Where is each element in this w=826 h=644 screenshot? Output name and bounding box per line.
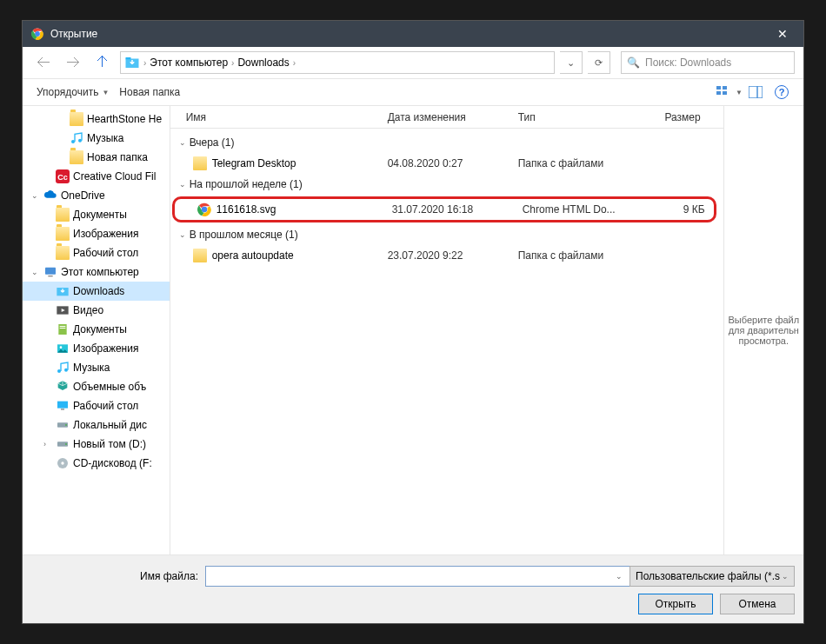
svg-rect-20 xyxy=(60,328,66,329)
video-icon xyxy=(56,303,70,317)
tree-item[interactable]: Изображения xyxy=(23,339,170,358)
images-icon xyxy=(56,342,70,355)
pc-icon xyxy=(43,265,57,279)
tree-item[interactable]: ›Новый том (D:) xyxy=(23,435,170,454)
titlebar[interactable]: Открытие ✕ xyxy=(23,21,803,47)
drive-icon xyxy=(56,418,70,432)
file-row[interactable]: opera autoupdate23.07.2020 9:22Папка с ф… xyxy=(170,245,723,266)
tree-item[interactable]: ⌄Этот компьютер xyxy=(23,262,170,282)
column-headers[interactable]: Имя Дата изменения Тип Размер xyxy=(170,106,723,129)
folder-icon xyxy=(193,156,207,170)
music-icon xyxy=(56,361,70,375)
filename-input[interactable] xyxy=(205,566,631,587)
tree-item[interactable]: Видео xyxy=(23,301,170,320)
breadcrumb-folder[interactable]: Downloads xyxy=(234,56,292,69)
tree-item-label: Рабочий стол xyxy=(73,400,138,412)
file-rows[interactable]: ⌄Вчера (1)Telegram Desktop04.08.2020 0:2… xyxy=(170,129,723,554)
tree-item-label: Изображения xyxy=(73,228,138,240)
folder-tree[interactable]: HearthStone HeМузыкаНовая папкаCcCreativ… xyxy=(23,106,170,554)
organize-button[interactable]: Упорядочить▼ xyxy=(31,83,114,102)
tree-item[interactable]: Рабочий стол xyxy=(23,243,170,262)
group-title: Вчера (1) xyxy=(190,136,235,149)
back-button[interactable]: 🡠 xyxy=(31,52,56,73)
tree-item[interactable]: CcCreative Cloud Fil xyxy=(23,167,170,186)
tree-item[interactable]: Документы xyxy=(23,320,170,339)
tree-item[interactable]: Новая папка xyxy=(23,148,170,167)
tree-item-label: Creative Cloud Fil xyxy=(73,170,156,183)
up-button[interactable]: 🡡 xyxy=(90,52,115,73)
preview-pane-button[interactable] xyxy=(743,82,769,103)
cancel-button[interactable]: Отмена xyxy=(720,594,795,614)
svg-rect-26 xyxy=(61,408,64,409)
group-header[interactable]: ⌄В прошлом месяце (1) xyxy=(170,224,723,245)
file-name: 1161618.svg xyxy=(216,203,276,216)
tree-item-label: HearthStone He xyxy=(87,113,162,125)
open-button[interactable]: Открыть xyxy=(638,594,713,614)
bottom-panel: Имя файла: ⌄ Пользовательские файлы (*.s… xyxy=(23,554,803,623)
tree-item-label: Новая папка xyxy=(87,151,148,163)
chevron-right-icon: › xyxy=(293,58,296,68)
downloads-icon xyxy=(56,284,70,298)
tree-item[interactable]: Объемные объ xyxy=(23,377,170,396)
tree-item[interactable]: Downloads xyxy=(23,282,170,301)
breadcrumb-dropdown[interactable]: ⌄ xyxy=(560,51,583,74)
svg-text:Cc: Cc xyxy=(57,173,68,182)
tree-item-label: Музыка xyxy=(87,132,123,144)
preview-pane: Выберите файл для дварительн просмотра. xyxy=(723,106,803,554)
tree-item[interactable]: HearthStone He xyxy=(23,110,170,129)
svg-point-23 xyxy=(57,369,61,373)
svg-point-10 xyxy=(71,140,75,143)
new-folder-button[interactable]: Новая папка xyxy=(114,83,185,102)
close-button[interactable]: ✕ xyxy=(770,27,795,41)
chrome-icon xyxy=(197,202,211,216)
file-date: 04.08.2020 0:27 xyxy=(379,157,510,169)
col-name[interactable]: Имя xyxy=(170,111,379,123)
onedrive-icon xyxy=(43,189,57,202)
forward-button[interactable]: 🡢 xyxy=(61,52,85,73)
view-button[interactable]: ▼ xyxy=(716,82,743,103)
file-type: Chrome HTML Do... xyxy=(514,203,644,216)
group-header[interactable]: ⌄Вчера (1) xyxy=(170,132,723,153)
folder-icon xyxy=(193,249,207,262)
tree-item-label: Музыка xyxy=(73,362,110,374)
group-title: На прошлой неделе (1) xyxy=(190,178,303,190)
tree-item-label: Downloads xyxy=(73,285,124,297)
tree-item[interactable]: Музыка xyxy=(23,358,170,377)
tree-item[interactable]: Документы xyxy=(23,205,170,224)
svg-point-1 xyxy=(35,31,40,37)
svg-rect-3 xyxy=(126,57,131,59)
breadcrumb-root[interactable]: Этот компьютер xyxy=(146,56,231,69)
folder-icon xyxy=(56,227,70,241)
col-date[interactable]: Дата изменения xyxy=(379,111,510,123)
svg-point-30 xyxy=(65,443,67,445)
svg-rect-15 xyxy=(48,276,52,276)
svg-point-32 xyxy=(61,461,63,464)
file-date: 23.07.2020 9:22 xyxy=(379,249,510,262)
filename-label: Имя файла: xyxy=(31,570,205,582)
file-row[interactable]: Telegram Desktop04.08.2020 0:27Папка с ф… xyxy=(170,153,723,174)
search-input[interactable]: 🔍 Поиск: Downloads xyxy=(621,51,795,74)
window-title: Открытие xyxy=(50,28,770,40)
help-button[interactable]: ? xyxy=(769,82,795,103)
tree-item-label: Объемные объ xyxy=(73,381,146,393)
refresh-button[interactable]: ⟳ xyxy=(588,51,610,74)
chevron-down-icon: ⌄ xyxy=(179,180,186,189)
svg-point-34 xyxy=(201,207,207,213)
tree-item[interactable]: Рабочий стол xyxy=(23,396,170,415)
tree-item[interactable]: ⌄OneDrive xyxy=(23,186,170,205)
file-row[interactable]: 1161618.svg31.07.2020 16:18Chrome HTML D… xyxy=(175,199,714,220)
tree-item[interactable]: CD-дисковод (F: xyxy=(23,454,170,473)
search-icon: 🔍 xyxy=(627,56,640,69)
music-icon xyxy=(70,131,83,145)
tree-item[interactable]: Музыка xyxy=(23,129,170,148)
group-header[interactable]: ⌄На прошлой неделе (1) xyxy=(170,174,723,195)
tree-item[interactable]: Изображения xyxy=(23,224,170,243)
svg-rect-8 xyxy=(749,86,763,98)
filetype-filter[interactable]: Пользовательские файлы (*.s⌄ xyxy=(629,566,795,587)
svg-rect-18 xyxy=(58,324,66,335)
breadcrumb[interactable]: › Этот компьютер › Downloads › xyxy=(120,51,555,74)
col-type[interactable]: Тип xyxy=(510,111,640,123)
col-size[interactable]: Размер xyxy=(640,111,709,123)
file-date: 31.07.2020 16:18 xyxy=(383,203,514,216)
tree-item[interactable]: Локальный дис xyxy=(23,415,170,435)
